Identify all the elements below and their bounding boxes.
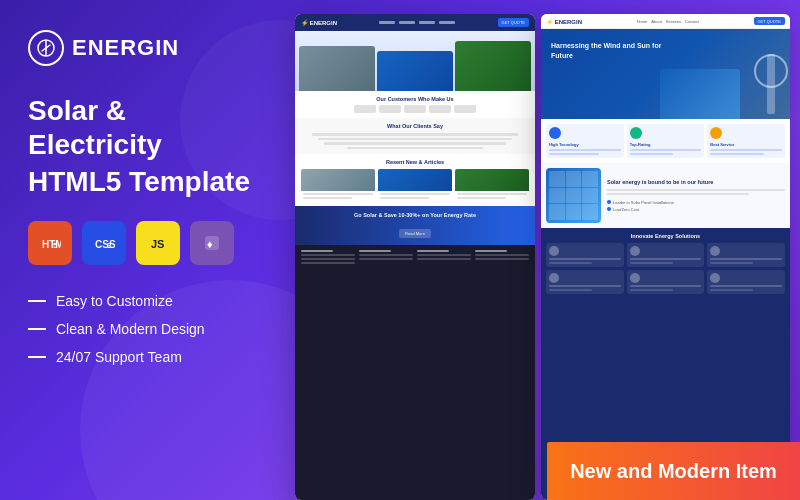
mock-left-nav [379, 21, 455, 24]
js-badge: JS [136, 221, 180, 265]
logo: ENERGIN [28, 30, 260, 66]
mock-left-footer [295, 245, 535, 501]
solar-panel-image [546, 168, 601, 223]
feature-dash-2 [28, 328, 46, 330]
new-item-text: New and Modern Item [570, 460, 777, 483]
turbine-icon [767, 54, 775, 114]
mock-right-nav: Home About Services Contact [637, 19, 699, 24]
services-grid [546, 243, 785, 294]
hero-img-solar [377, 51, 453, 91]
mock-left-logo: ⚡ ENERGIN [301, 19, 337, 26]
feature-card-1: High Tecnology [546, 124, 624, 158]
left-panel: ENERGIN Solar & Electricity HTML5 Templa… [0, 0, 290, 500]
svg-text:HTML: HTML [42, 239, 61, 250]
svg-text:JS: JS [151, 238, 164, 250]
feature-icon-2 [630, 127, 642, 139]
feature-card-2: Top-Rating [627, 124, 705, 158]
tech-badges: HTML 5 CSS 3 JS ♦ [28, 221, 260, 265]
mock-test-title: What Our Clients Say [301, 123, 529, 129]
new-item-banner: New and Modern Item [547, 442, 800, 500]
feature-label-1: Easy to Customize [56, 293, 173, 309]
solar-text-block: Solar energy is bound to be in our futur… [607, 179, 785, 212]
serv-card-2 [627, 243, 705, 267]
mock-left-header: ⚡ ENERGIN GET QUOTE [295, 14, 535, 31]
css3-badge: CSS 3 [82, 221, 126, 265]
solar-item-2: Low/Zero Cost [607, 207, 785, 212]
previews-area: ⚡ ENERGIN GET QUOTE Our Customers Who Ma… [295, 0, 800, 500]
mock-right-hero: Harnessing the Wind and Sun for Future [541, 29, 790, 119]
mock-right-header: ⚡ ENERGIN Home About Services Contact GE… [541, 14, 790, 29]
mock-right-logo: ⚡ ENERGIN [546, 18, 582, 25]
feature-label-3: 24/07 Support Team [56, 349, 182, 365]
html5-badge: HTML 5 [28, 221, 72, 265]
preview-right-mockup: ⚡ ENERGIN Home About Services Contact GE… [541, 14, 790, 500]
svg-text:CSS: CSS [95, 239, 115, 250]
feature-dash-3 [28, 356, 46, 358]
hero-img-wind [455, 41, 531, 91]
preview-left-mockup: ⚡ ENERGIN GET QUOTE Our Customers Who Ma… [295, 14, 535, 500]
solar-items: Leader in Solar Panel Installations Low/… [607, 200, 785, 212]
article-card-2 [378, 169, 452, 201]
feature-item-1: Easy to Customize [28, 293, 260, 309]
serv-card-5 [627, 270, 705, 294]
mock-banner-text: Go Solar & Save 10-30%+ on Your Energy R… [301, 212, 529, 218]
bootstrap-badge: ♦ [190, 221, 234, 265]
article-card-3 [455, 169, 529, 201]
logo-icon [28, 30, 64, 66]
svg-text:♦: ♦ [207, 238, 213, 250]
mock-logos-row [301, 105, 529, 113]
feature-item-2: Clean & Modern Design [28, 321, 260, 337]
feature-icon-3 [710, 127, 722, 139]
mock-right-features: High Tecnology Top-Rating Best Service [541, 119, 790, 163]
logo-text: ENERGIN [72, 35, 179, 61]
services-title: Innovate Energy Solutions [546, 233, 785, 239]
mock-testimonial-section: What Our Clients Say [295, 118, 535, 154]
serv-card-6 [707, 270, 785, 294]
main-title-highlight: Template [129, 166, 250, 197]
feature-icon-1 [549, 127, 561, 139]
feature-label-best-service: Best Service [710, 142, 782, 147]
feature-label-top-rating: Top-Rating [630, 142, 702, 147]
svg-text:3: 3 [107, 241, 112, 250]
mock-art-title: Resent New & Articles [301, 159, 529, 165]
solar-item-text-2: Low/Zero Cost [613, 207, 639, 212]
mock-articles-section: Resent New & Articles [295, 154, 535, 206]
feature-label-high-tech: High Tecnology [549, 142, 621, 147]
serv-card-4 [546, 270, 624, 294]
solar-title: Solar energy is bound to be in our futur… [607, 179, 785, 186]
serv-card-1 [546, 243, 624, 267]
article-card-1 [301, 169, 375, 201]
feature-card-3: Best Service [707, 124, 785, 158]
solar-item-1: Leader in Solar Panel Installations [607, 200, 785, 205]
feature-label-2: Clean & Modern Design [56, 321, 205, 337]
mock-clients-section: Our Customers Who Make Us [295, 91, 535, 118]
mock-left-hero [295, 31, 535, 91]
feature-item-3: 24/07 Support Team [28, 349, 260, 365]
feature-dash-1 [28, 300, 46, 302]
features-list: Easy to Customize Clean & Modern Design … [28, 293, 260, 365]
mock-cta-banner: Go Solar & Save 10-30%+ on Your Energy R… [295, 206, 535, 245]
mock-right-solar-section: Solar energy is bound to be in our futur… [541, 163, 790, 228]
main-title-line2: HTML5 Template [28, 165, 260, 199]
solar-item-text-1: Leader in Solar Panel Installations [613, 200, 674, 205]
main-title-line1: Solar & Electricity [28, 94, 260, 161]
mock-right-hero-text: Harnessing the Wind and Sun for Future [551, 41, 671, 61]
hero-img-worker [299, 46, 375, 91]
svg-text:5: 5 [53, 241, 58, 250]
serv-card-3 [707, 243, 785, 267]
mock-clients-title: Our Customers Who Make Us [301, 96, 529, 102]
